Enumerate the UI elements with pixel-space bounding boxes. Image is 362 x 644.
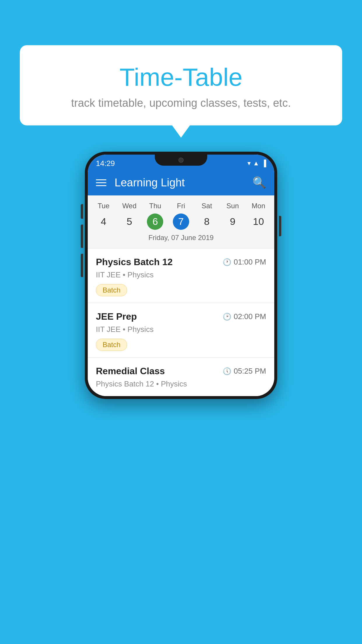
- day-label-wed: Wed: [117, 200, 143, 212]
- power-button: [279, 216, 281, 236]
- day-numbers-row: 4 5 6 7 8 9 10: [88, 212, 274, 231]
- silent-button: [81, 254, 83, 277]
- search-button[interactable]: 🔍: [252, 176, 266, 189]
- day-10[interactable]: 10: [245, 213, 271, 230]
- day-label-thu: Thu: [142, 200, 168, 212]
- schedule-item-2-sub: IIT JEE • Physics: [96, 325, 266, 334]
- schedule-item-3-header: Remedial Class 🕔 05:25 PM: [96, 366, 266, 377]
- day-4[interactable]: 4: [91, 213, 117, 230]
- schedule-item-2-time: 🕑 02:00 PM: [223, 312, 266, 321]
- speech-bubble-container: Time-Table track timetable, upcoming cla…: [20, 45, 342, 125]
- schedule-item-2-title: JEE Prep: [96, 311, 137, 322]
- schedule-item-2-time-label: 02:00 PM: [234, 312, 266, 321]
- front-camera: [178, 158, 184, 163]
- clock-icon-2: 🕑: [223, 313, 231, 321]
- bubble-title: Time-Table: [31, 63, 331, 92]
- speech-bubble: Time-Table track timetable, upcoming cla…: [20, 45, 342, 125]
- day-label-sun: Sun: [220, 200, 246, 212]
- schedule-item-1-time-label: 01:00 PM: [234, 258, 266, 267]
- wifi-icon: ▾: [247, 160, 251, 167]
- hamburger-menu-button[interactable]: [96, 179, 106, 186]
- app-header: Learning Light 🔍: [88, 170, 274, 195]
- phone-notch: [155, 155, 207, 166]
- day-label-fri: Fri: [168, 200, 194, 212]
- day-8[interactable]: 8: [194, 213, 220, 230]
- schedule-item-2-header: JEE Prep 🕑 02:00 PM: [96, 311, 266, 322]
- schedule-item-3[interactable]: Remedial Class 🕔 05:25 PM Physics Batch …: [88, 357, 274, 396]
- day-label-tue: Tue: [91, 200, 117, 212]
- day-9[interactable]: 9: [220, 213, 246, 230]
- day-label-mon: Mon: [245, 200, 271, 212]
- day-6-today[interactable]: 6: [147, 214, 163, 230]
- day-5[interactable]: 5: [117, 213, 143, 230]
- schedule-item-3-sub: Physics Batch 12 • Physics: [96, 379, 266, 388]
- status-time: 14:29: [96, 159, 115, 168]
- batch-badge-1: Batch: [96, 284, 127, 296]
- signal-icon: ▲: [253, 160, 259, 167]
- schedule-item-1-time: 🕐 01:00 PM: [223, 258, 266, 267]
- day-label-sat: Sat: [194, 200, 220, 212]
- app-title: Learning Light: [115, 176, 252, 189]
- day-7-selected[interactable]: 7: [173, 214, 189, 230]
- phone-screen: 14:29 ▾ ▲ ▐ Learning Light 🔍: [88, 155, 274, 396]
- selected-date-label: Friday, 07 June 2019: [88, 231, 274, 246]
- phone-mockup: 14:29 ▾ ▲ ▐ Learning Light 🔍: [85, 152, 277, 399]
- status-icons: ▾ ▲ ▐: [247, 160, 266, 167]
- clock-icon-1: 🕐: [223, 258, 231, 266]
- schedule-item-1-title: Physics Batch 12: [96, 257, 173, 267]
- calendar-week: Tue Wed Thu Fri Sat Sun Mon 4 5 6 7 8 9 …: [88, 195, 274, 248]
- schedule-item-2[interactable]: JEE Prep 🕑 02:00 PM IIT JEE • Physics Ba…: [88, 303, 274, 357]
- schedule-list: Physics Batch 12 🕐 01:00 PM IIT JEE • Ph…: [88, 248, 274, 396]
- schedule-item-1-sub: IIT JEE • Physics: [96, 270, 266, 279]
- bubble-subtitle: track timetable, upcoming classes, tests…: [31, 97, 331, 109]
- battery-icon: ▐: [261, 160, 266, 167]
- clock-icon-3: 🕔: [223, 367, 231, 375]
- schedule-item-1[interactable]: Physics Batch 12 🕐 01:00 PM IIT JEE • Ph…: [88, 248, 274, 303]
- volume-down-button: [81, 225, 83, 248]
- day-labels-row: Tue Wed Thu Fri Sat Sun Mon: [88, 200, 274, 212]
- schedule-item-1-header: Physics Batch 12 🕐 01:00 PM: [96, 257, 266, 267]
- phone-outer: 14:29 ▾ ▲ ▐ Learning Light 🔍: [85, 152, 277, 399]
- schedule-item-3-title: Remedial Class: [96, 366, 165, 377]
- schedule-item-3-time-label: 05:25 PM: [234, 367, 266, 376]
- volume-up-button: [81, 204, 83, 219]
- schedule-item-3-time: 🕔 05:25 PM: [223, 367, 266, 376]
- batch-badge-2: Batch: [96, 339, 127, 351]
